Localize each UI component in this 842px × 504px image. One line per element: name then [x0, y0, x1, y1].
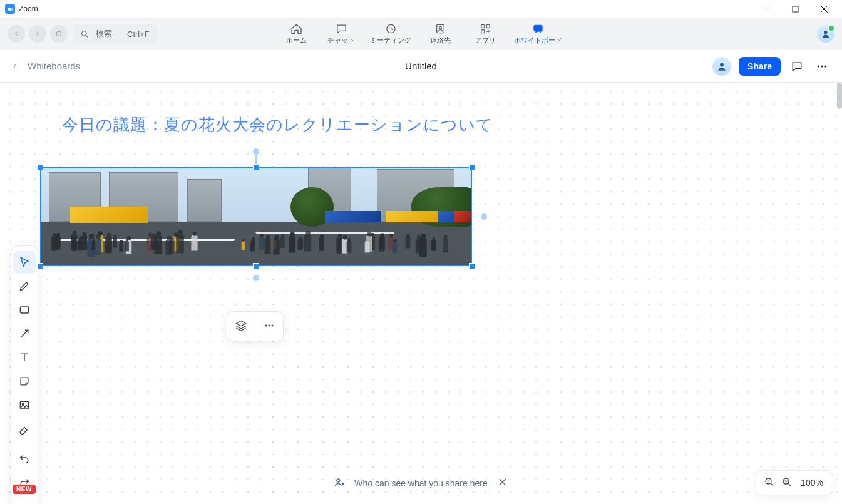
share-button[interactable]: Share [739, 57, 781, 76]
resize-handle-tm[interactable] [253, 164, 259, 170]
main-nav: 検索 Ctrl+F ホーム チャット ミーティング 連絡先 アプリ ホワイトボー… [0, 18, 842, 50]
chat-icon [335, 23, 347, 35]
share-people-icon [333, 476, 346, 490]
connector-handle-bottom[interactable] [253, 275, 259, 281]
svg-point-5 [439, 26, 441, 29]
sticky-icon [18, 375, 31, 388]
close-icon [496, 476, 509, 488]
contacts-icon [434, 23, 446, 35]
svg-rect-6 [481, 24, 484, 28]
more-icon [263, 319, 275, 332]
svg-rect-8 [481, 30, 484, 33]
person-icon [820, 28, 831, 39]
canvas-heading-text[interactable]: 今日の議題：夏の花火大会のレクリエーションについて [62, 114, 493, 136]
search-input[interactable]: 検索 Ctrl+F [73, 24, 157, 43]
connector-handle-right[interactable] [481, 213, 487, 220]
app-title: Zoom [19, 4, 38, 13]
nav-forward-button[interactable] [29, 25, 46, 43]
layers-button[interactable] [235, 319, 247, 334]
window-close-button[interactable] [809, 0, 838, 18]
image-tool[interactable] [13, 394, 36, 416]
svg-point-10 [824, 31, 827, 34]
sticky-note-tool[interactable] [13, 370, 36, 393]
zoom-out-button[interactable] [764, 476, 775, 490]
nav-chat[interactable]: チャット [325, 23, 357, 45]
user-avatar[interactable] [817, 25, 834, 43]
svg-point-12 [818, 65, 819, 67]
context-more-button[interactable] [263, 319, 275, 334]
search-icon [80, 29, 90, 39]
svg-point-11 [720, 63, 724, 66]
apps-icon [479, 23, 491, 35]
arrow-tool[interactable] [13, 322, 36, 345]
svg-rect-0 [793, 6, 798, 12]
owner-avatar[interactable] [712, 57, 731, 76]
arrow-icon [18, 327, 31, 340]
svg-rect-9 [534, 25, 542, 31]
resize-handle-tr[interactable] [469, 164, 475, 170]
new-badge: NEW [13, 485, 36, 494]
pen-icon [18, 280, 31, 292]
clock-icon [384, 23, 397, 35]
frames-tool[interactable] [13, 499, 36, 504]
vertical-scrollbar[interactable] [837, 83, 842, 109]
back-label: Whiteboards [28, 61, 80, 71]
nav-apps[interactable]: アプリ [469, 23, 501, 45]
canvas-viewport[interactable]: 今日の議題：夏の花火大会のレクリエーションについて [0, 83, 842, 504]
comments-button[interactable] [788, 58, 806, 75]
svg-rect-19 [20, 401, 28, 409]
text-icon [18, 351, 31, 364]
side-toolbar [11, 245, 38, 504]
whiteboard-title[interactable]: Untitled [405, 61, 437, 71]
more-options-button[interactable] [813, 58, 831, 75]
nav-home[interactable]: ホーム [280, 23, 312, 45]
chevron-left-icon [11, 63, 19, 70]
selected-image[interactable] [40, 167, 472, 266]
zoom-percent[interactable]: 100% [799, 478, 825, 488]
search-placeholder: 検索 [96, 28, 112, 39]
selection-frame [40, 167, 472, 266]
undo-icon [18, 451, 31, 464]
cursor-icon [18, 256, 31, 269]
pen-tool[interactable] [13, 275, 36, 297]
nav-history-button[interactable] [50, 25, 68, 43]
share-visibility-hint: Who can see what you share here [333, 476, 508, 490]
back-to-whiteboards[interactable]: Whiteboards [11, 61, 80, 71]
window-maximize-button[interactable] [781, 0, 809, 18]
share-hint-text: Who can see what you share here [354, 478, 487, 488]
eraser-icon [18, 423, 31, 435]
window-minimize-button[interactable] [752, 0, 781, 18]
nav-back-button[interactable] [8, 25, 25, 43]
resize-handle-tl[interactable] [37, 164, 43, 170]
nav-label: アプリ [475, 36, 496, 45]
resize-handle-bm[interactable] [253, 263, 259, 269]
svg-point-33 [342, 483, 344, 485]
shape-tool[interactable] [13, 299, 36, 321]
image-icon [18, 399, 31, 411]
resize-handle-br[interactable] [469, 263, 475, 269]
nav-meetings[interactable]: ミーティング [370, 23, 411, 45]
svg-rect-7 [486, 24, 490, 28]
person-icon [716, 60, 728, 73]
nav-contacts[interactable]: 連絡先 [424, 23, 456, 45]
select-tool[interactable] [13, 251, 36, 274]
text-tool[interactable] [13, 346, 36, 369]
zoom-logo-icon [5, 4, 15, 14]
nav-whiteboard[interactable]: ホワイトボード [514, 23, 562, 45]
nav-label: チャット [327, 36, 355, 45]
undo-tool[interactable] [13, 446, 36, 469]
window-titlebar: Zoom [0, 0, 842, 18]
zoom-in-button[interactable] [781, 476, 793, 490]
nav-label: 連絡先 [430, 36, 451, 45]
eraser-tool[interactable] [13, 418, 36, 440]
whiteboard-canvas[interactable]: 今日の議題：夏の花火大会のレクリエーションについて [0, 83, 842, 504]
svg-point-15 [265, 324, 267, 326]
whiteboard-icon [532, 23, 545, 35]
share-hint-close[interactable] [496, 476, 509, 490]
svg-rect-18 [20, 307, 28, 313]
rotate-handle[interactable] [253, 148, 259, 155]
zoom-in-icon [781, 476, 793, 488]
svg-point-32 [336, 479, 339, 482]
whiteboard-header: Whiteboards Untitled Share [0, 50, 842, 83]
svg-point-17 [272, 324, 274, 326]
